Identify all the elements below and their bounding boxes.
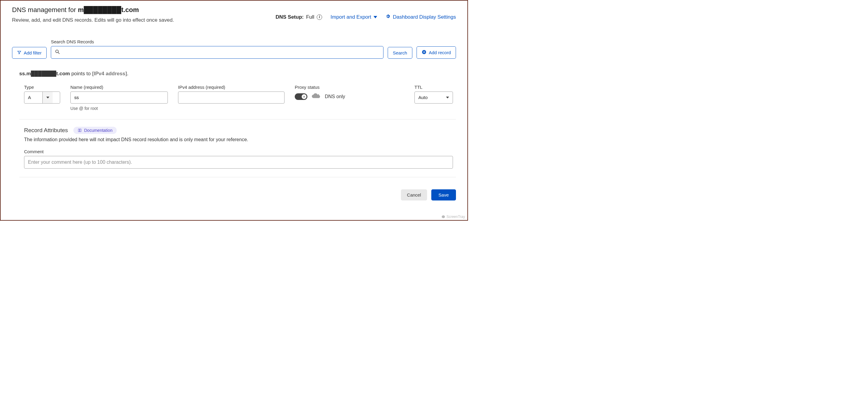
- info-icon[interactable]: i: [317, 14, 322, 20]
- title-domain: m████████t.com: [78, 6, 139, 13]
- watermark: ScreenTray: [441, 215, 465, 219]
- name-help: Use @ for root: [70, 106, 168, 111]
- record-summary-name: ss.m███████t.com: [19, 71, 70, 77]
- import-export-label: Import and Export: [331, 14, 371, 20]
- proxy-label: Proxy status: [295, 85, 404, 90]
- search-input[interactable]: [63, 50, 379, 55]
- save-label: Save: [438, 193, 449, 198]
- add-filter-label: Add filter: [24, 50, 41, 55]
- search-button-label: Search: [393, 50, 407, 55]
- type-select[interactable]: A: [24, 91, 60, 104]
- add-record-button[interactable]: Add record: [416, 46, 456, 59]
- add-record-label: Add record: [429, 50, 451, 55]
- type-caret[interactable]: [42, 92, 53, 103]
- title-prefix: DNS management for: [12, 6, 78, 13]
- ttl-caret[interactable]: [442, 92, 453, 103]
- ipv4-input[interactable]: [178, 91, 284, 104]
- attributes-title: Record Attributes: [24, 127, 68, 134]
- comment-input[interactable]: [24, 156, 453, 169]
- cancel-button[interactable]: Cancel: [401, 189, 427, 201]
- save-button[interactable]: Save: [431, 189, 456, 201]
- cancel-label: Cancel: [407, 193, 421, 198]
- ttl-value: Auto: [415, 92, 442, 103]
- attributes-description: The information provided here will not i…: [24, 137, 453, 142]
- documentation-label: Documentation: [84, 128, 113, 133]
- search-button[interactable]: Search: [388, 47, 412, 59]
- type-label: Type: [24, 85, 60, 90]
- filter-icon: [17, 50, 21, 55]
- record-summary: ss.m███████t.com points to [IPv4 address…: [19, 71, 456, 77]
- ttl-select[interactable]: Auto: [414, 91, 453, 104]
- svg-point-0: [56, 50, 58, 53]
- svg-line-1: [58, 52, 60, 54]
- ttl-label: TTL: [414, 85, 453, 90]
- display-settings-label: Dashboard Display Settings: [393, 14, 456, 20]
- documentation-link[interactable]: Documentation: [73, 127, 117, 134]
- dns-setup-status: DNS Setup: Full i: [276, 14, 322, 20]
- search-label: Search DNS Records: [51, 39, 383, 44]
- record-summary-verb: points to: [70, 71, 92, 77]
- add-filter-button[interactable]: Add filter: [12, 47, 46, 59]
- ipv4-label: IPv4 address (required): [178, 85, 284, 90]
- page-subtitle: Review, add, and edit DNS records. Edits…: [12, 16, 174, 24]
- proxy-toggle[interactable]: ✕: [295, 93, 307, 100]
- display-settings-link[interactable]: Dashboard Display Settings: [385, 14, 456, 20]
- page-title: DNS management for m████████t.com: [12, 6, 174, 14]
- proxy-value: DNS only: [325, 94, 345, 99]
- import-export-link[interactable]: Import and Export: [331, 14, 377, 20]
- comment-label: Comment: [24, 149, 453, 154]
- gear-icon: [385, 14, 391, 20]
- name-label: Name (required): [70, 85, 168, 90]
- chevron-down-icon: [446, 97, 449, 98]
- record-summary-target: [IPv4 address]: [92, 71, 127, 77]
- toggle-knob-off-icon: ✕: [302, 94, 307, 99]
- cloud-icon: [311, 93, 321, 100]
- record-summary-suffix: .: [127, 71, 128, 77]
- plus-circle-icon: [422, 50, 427, 55]
- type-value: A: [24, 92, 42, 103]
- divider: [19, 177, 456, 177]
- chevron-down-icon: [46, 97, 49, 98]
- watermark-text: ScreenTray: [446, 215, 465, 219]
- dns-setup-value: Full: [306, 14, 314, 20]
- name-input[interactable]: [70, 91, 168, 104]
- dns-setup-label: DNS Setup:: [276, 14, 304, 20]
- search-icon: [55, 49, 60, 55]
- search-input-box[interactable]: [51, 46, 383, 59]
- caret-down-icon: [374, 16, 377, 18]
